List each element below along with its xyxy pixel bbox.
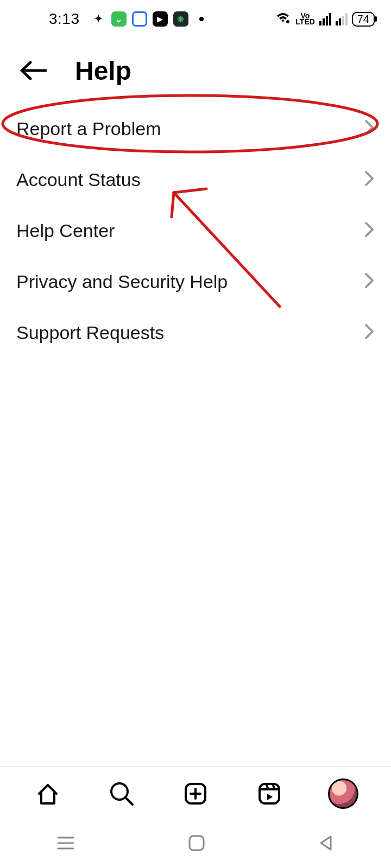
menu-item-account-status[interactable]: Account Status [16, 154, 375, 205]
notification-more-dot-icon [199, 17, 204, 21]
svg-point-0 [286, 20, 289, 23]
page-title: Help [75, 56, 131, 86]
chevron-right-icon [364, 221, 375, 240]
home-icon [35, 781, 61, 807]
search-icon [108, 780, 135, 807]
menu-item-label: Privacy and Security Help [16, 271, 228, 292]
chevron-right-icon [364, 272, 375, 291]
signal-1-icon [319, 13, 331, 25]
chevron-right-icon [364, 170, 375, 189]
menu-lines-icon [56, 835, 75, 851]
menu-item-label: Account Status [16, 169, 141, 190]
help-menu: Report a Problem Account Status Help Cen… [0, 103, 391, 358]
back-button[interactable] [16, 54, 49, 87]
menu-item-help-center[interactable]: Help Center [16, 205, 375, 256]
notification-app-dark-icon: ❋ [173, 11, 188, 27]
chevron-right-icon [364, 323, 375, 342]
menu-item-report-a-problem[interactable]: Report a Problem [16, 103, 375, 154]
menu-item-label: Support Requests [16, 322, 164, 343]
plus-square-icon [182, 781, 209, 807]
menu-item-label: Help Center [16, 220, 115, 241]
square-outline-icon [187, 834, 206, 852]
signal-2-icon [336, 13, 348, 25]
status-bar: 3:13 ✦ ⌄ ▶ ❋ Vo LTED 74 [0, 0, 391, 38]
app-bottom-nav [0, 766, 391, 820]
status-time: 3:13 [49, 10, 80, 28]
system-home-button[interactable] [187, 834, 206, 854]
status-left: 3:13 ✦ ⌄ ▶ ❋ [49, 10, 204, 28]
notification-star-icon: ✦ [91, 11, 106, 27]
nav-profile-button[interactable] [327, 777, 360, 810]
avatar [328, 778, 358, 809]
system-back-button[interactable] [318, 834, 335, 854]
arrow-left-icon [18, 60, 47, 81]
reels-icon [256, 781, 282, 807]
nav-reels-button[interactable] [253, 777, 286, 810]
battery-icon: 74 [352, 12, 375, 27]
nav-home-button[interactable] [31, 777, 64, 810]
triangle-left-icon [318, 834, 335, 852]
wifi-icon [275, 11, 291, 28]
nav-search-button[interactable] [105, 777, 138, 810]
chevron-right-icon [364, 119, 375, 138]
menu-item-label: Report a Problem [16, 118, 161, 139]
menu-item-privacy-security-help[interactable]: Privacy and Security Help [16, 256, 375, 307]
menu-item-support-requests[interactable]: Support Requests [16, 307, 375, 358]
volte-icon: Vo LTED [295, 13, 315, 25]
system-recents-button[interactable] [56, 835, 75, 853]
page-header: Help [0, 38, 391, 103]
svg-point-1 [111, 783, 128, 800]
notification-app-blue-icon [132, 11, 147, 27]
system-nav-bar [0, 820, 391, 868]
svg-rect-4 [190, 836, 204, 850]
status-right: Vo LTED 74 [275, 11, 375, 28]
nav-create-button[interactable] [179, 777, 212, 810]
notification-app-green-icon: ⌄ [111, 11, 127, 27]
notification-youtube-icon: ▶ [153, 11, 168, 27]
svg-rect-3 [260, 784, 279, 803]
